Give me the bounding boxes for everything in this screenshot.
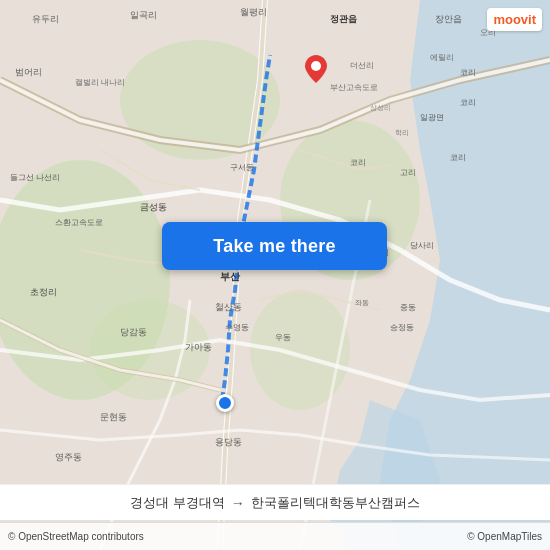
attribution-bar: © OpenStreetMap contributors © OpenMapTi… [0,522,550,550]
svg-text:유두리: 유두리 [32,14,59,24]
svg-text:캘벌리 내나리: 캘벌리 내나리 [75,78,125,87]
svg-text:일곡리: 일곡리 [130,10,157,20]
attribution-right: © OpenMapTiles [467,531,542,542]
svg-text:장안읍: 장안읍 [435,14,462,24]
route-to: 한국폴리텍대학동부산캠퍼스 [251,494,420,512]
svg-text:구서동: 구서동 [230,163,254,172]
svg-text:좌동: 좌동 [355,299,369,306]
map-background: 유두리 일곡리 월평리 정관읍 장안읍 오리 범어리 캘벌리 내나리 더선리 에… [0,0,550,550]
svg-text:문현동: 문현동 [100,412,127,422]
svg-text:코리: 코리 [350,158,366,167]
svg-point-5 [250,290,350,410]
route-arrow: → [231,495,245,511]
route-label-bar: 경성대 부경대역 → 한국폴리텍대학동부산캠퍼스 [0,484,550,520]
svg-text:더선리: 더선리 [350,61,374,70]
attribution-left: © OpenStreetMap contributors [8,531,144,542]
svg-text:용당동: 용당동 [215,437,242,447]
svg-point-46 [311,61,321,71]
svg-text:금성동: 금성동 [140,202,167,212]
svg-text:당감동: 당감동 [120,327,147,337]
svg-text:스환고속도로: 스환고속도로 [55,218,103,227]
svg-text:중동: 중동 [400,303,416,312]
moovit-logo: moovit [487,8,542,31]
svg-text:승정동: 승정동 [390,323,414,332]
svg-text:영주동: 영주동 [55,452,82,462]
svg-text:고리: 고리 [400,168,416,177]
svg-text:당사리: 당사리 [410,241,434,250]
take-me-there-button[interactable]: Take me there [162,222,387,270]
svg-text:삼성리: 삼성리 [370,104,391,112]
svg-text:코리: 코리 [450,153,466,162]
svg-text:들그선 나선리: 들그선 나선리 [10,173,60,182]
svg-text:수영동: 수영동 [225,323,249,332]
svg-text:철산동: 철산동 [215,302,242,312]
svg-text:코리: 코리 [460,98,476,107]
svg-text:월평리: 월평리 [240,7,267,17]
svg-text:우동: 우동 [275,333,291,342]
svg-text:부산: 부산 [220,271,241,282]
route-from: 경성대 부경대역 [130,494,225,512]
svg-text:코리: 코리 [460,68,476,77]
svg-text:일광면: 일광면 [420,113,444,122]
svg-text:부산고속도로: 부산고속도로 [330,83,378,92]
destination-pin [305,55,327,83]
svg-text:범어리: 범어리 [15,67,42,77]
svg-text:정관읍: 정관읍 [330,14,357,24]
svg-text:학리: 학리 [395,129,409,137]
map-container: 유두리 일곡리 월평리 정관읍 장안읍 오리 범어리 캘벌리 내나리 더선리 에… [0,0,550,550]
svg-text:에릴리: 에릴리 [430,53,454,62]
svg-text:가아동: 가아동 [185,342,212,352]
origin-pin [216,394,234,412]
svg-text:초정리: 초정리 [30,287,57,297]
